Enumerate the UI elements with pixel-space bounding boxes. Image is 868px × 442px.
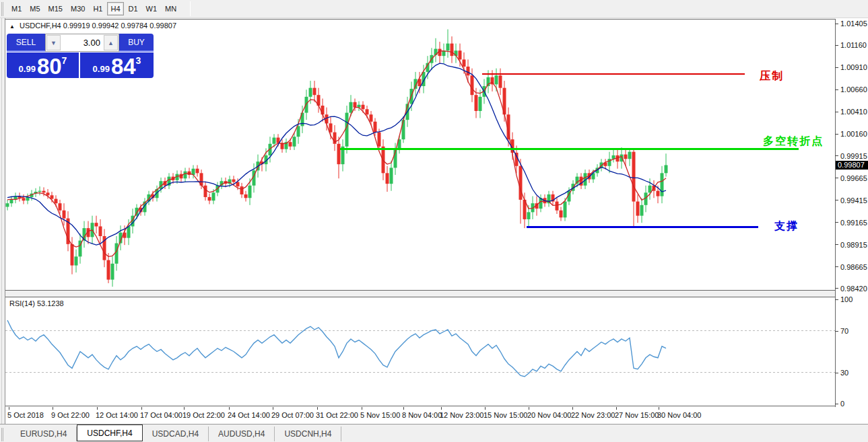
bear-candle xyxy=(378,133,381,147)
pane-splitter[interactable] xyxy=(5,290,835,297)
resistance-label: 压制 xyxy=(760,69,784,83)
bull-candle xyxy=(640,205,644,216)
toolbar-grip[interactable] xyxy=(1,2,7,16)
trading-terminal-window: M1M5M15M30H1H4D1W1MN ▲ USDCHF,H4 0.99919… xyxy=(0,0,868,442)
bull-candle xyxy=(349,102,353,113)
price-axis-tick xyxy=(835,67,838,68)
time-axis-tick xyxy=(485,407,486,410)
time-axis-tick xyxy=(9,407,9,410)
symbol-tab-eurusd[interactable]: EURUSD,H4 xyxy=(11,427,77,441)
bull-candle xyxy=(273,138,276,144)
bull-candle xyxy=(309,88,312,97)
symbol-tab-audusd[interactable]: AUDUSD,H4 xyxy=(209,427,275,441)
bear-candle xyxy=(471,75,474,95)
rsi-axis-tick xyxy=(835,373,838,373)
bear-candle xyxy=(313,88,316,96)
bear-candle xyxy=(463,59,466,67)
rsi-axis-tick xyxy=(835,404,838,404)
bull-candle xyxy=(495,75,498,84)
bear-candle xyxy=(59,203,62,211)
timeframe-buttons: M1M5M15M30H1H4D1W1MN xyxy=(7,2,180,15)
time-axis-tick xyxy=(659,407,659,410)
price-axis-label: 0.98915 xyxy=(840,241,867,249)
bull-candle xyxy=(297,126,300,137)
bear-candle xyxy=(632,152,636,202)
bull-candle xyxy=(293,137,296,147)
bull-candle xyxy=(6,203,9,207)
price-axis-tick xyxy=(835,45,838,46)
timeframe-button-mn[interactable]: MN xyxy=(162,2,180,15)
time-axis-label: 30 Nov 04:00 xyxy=(657,411,701,419)
bull-candle xyxy=(527,212,531,219)
candlestick-chart[interactable] xyxy=(5,19,835,290)
bear-candle xyxy=(362,105,365,110)
bull-candle xyxy=(305,97,308,113)
resistance-line[interactable] xyxy=(482,73,745,75)
symbol-tab-usdcnh[interactable]: USDCNH,H4 xyxy=(275,427,341,441)
bear-candle xyxy=(289,142,292,147)
time-axis-label: 31 Oct 22:00 xyxy=(316,411,358,419)
bear-candle xyxy=(51,195,54,198)
timeframe-button-m1[interactable]: M1 xyxy=(8,2,25,15)
bear-candle xyxy=(95,223,98,226)
bull-candle xyxy=(446,44,450,51)
symbol-tab-usdcad[interactable]: USDCAD,H4 xyxy=(143,427,209,441)
bull-candle xyxy=(358,105,361,108)
timeframe-button-m30[interactable]: M30 xyxy=(67,2,88,15)
bull-candle xyxy=(390,168,393,184)
bear-candle xyxy=(467,67,470,75)
time-axis-label: 5 Oct 2018 xyxy=(7,411,44,419)
bear-candle xyxy=(450,44,454,56)
timeframe-button-m5[interactable]: M5 xyxy=(26,2,43,15)
bear-candle xyxy=(71,244,74,266)
rsi-axis-tick xyxy=(835,331,838,332)
bear-candle xyxy=(657,191,660,196)
bear-candle xyxy=(196,169,199,174)
bear-candle xyxy=(55,199,58,204)
symbol-tab-usdchf[interactable]: USDCHF,H4 xyxy=(77,425,142,441)
timeframe-button-m15[interactable]: M15 xyxy=(45,2,66,15)
timeframe-button-d1[interactable]: D1 xyxy=(125,2,141,15)
bear-candle xyxy=(560,211,563,218)
tabbar-grip[interactable] xyxy=(1,428,9,441)
price-axis-label: 1.01405 xyxy=(840,20,867,28)
price-axis-label: 1.00660 xyxy=(840,85,867,94)
bull-candle xyxy=(111,264,114,280)
timeframe-button-h4[interactable]: H4 xyxy=(107,2,123,15)
price-axis-label: 0.99915 xyxy=(840,152,867,160)
time-axis-tick xyxy=(572,407,573,410)
price-axis-label: 0.98420 xyxy=(840,285,867,293)
time-axis-tick xyxy=(317,407,318,410)
price-axis-label: 0.99665 xyxy=(840,174,867,182)
timeframe-button-w1[interactable]: W1 xyxy=(143,2,161,15)
bear-candle xyxy=(337,144,341,164)
price-axis-tick xyxy=(835,200,838,200)
time-axis-label: 19 Oct 22:00 xyxy=(182,411,225,419)
bull-candle xyxy=(661,173,664,196)
bear-candle xyxy=(519,166,523,200)
price-axis-label: 0.98665 xyxy=(840,263,867,271)
price-axis-label: 1.01160 xyxy=(840,41,867,49)
turning-point-line[interactable] xyxy=(340,148,799,150)
timeframe-button-h1[interactable]: H1 xyxy=(90,2,106,15)
price-axis-tick xyxy=(835,178,838,178)
bull-candle xyxy=(127,226,131,237)
price-axis-pane[interactable] xyxy=(836,19,868,407)
time-axis-tick xyxy=(616,407,617,410)
bear-candle xyxy=(99,226,102,236)
bear-candle xyxy=(354,102,357,108)
bull-candle xyxy=(665,165,668,173)
support-label: 支撑 xyxy=(774,219,799,233)
support-line[interactable] xyxy=(527,226,758,228)
time-axis-tick xyxy=(141,407,142,410)
bear-candle xyxy=(244,194,248,198)
time-axis-tick xyxy=(529,407,529,410)
price-axis-tick xyxy=(835,112,838,112)
time-axis-tick xyxy=(403,407,404,410)
bull-candle xyxy=(248,186,252,198)
time-axis-tick xyxy=(97,407,98,410)
rsi-chart[interactable] xyxy=(5,297,835,406)
price-axis-tick xyxy=(835,134,838,135)
bull-candle xyxy=(402,120,405,139)
bear-candle xyxy=(624,155,628,159)
